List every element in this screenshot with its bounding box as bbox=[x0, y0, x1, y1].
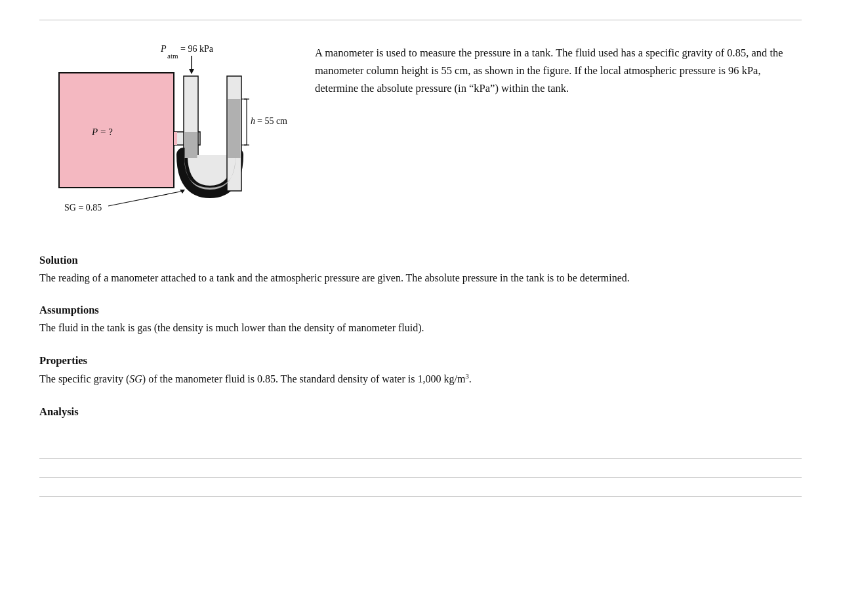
assumptions-heading: Assumptions bbox=[39, 304, 802, 317]
patm-sub: atm bbox=[167, 52, 178, 60]
solution-heading: Solution bbox=[39, 254, 802, 267]
bottom-divider-2 bbox=[39, 477, 802, 478]
p-label: P bbox=[91, 127, 98, 137]
properties-heading: Properties bbox=[39, 354, 802, 367]
top-divider bbox=[39, 20, 802, 20]
sg-arrow bbox=[108, 191, 184, 206]
bottom-divider-3 bbox=[39, 496, 802, 497]
analysis-heading: Analysis bbox=[39, 405, 802, 419]
problem-statement: A manometer is used to measure the press… bbox=[315, 47, 783, 94]
h-label-italic: h bbox=[251, 116, 255, 126]
patm-arrowhead bbox=[189, 69, 194, 74]
properties-sg: SG bbox=[129, 373, 142, 384]
bottom-divider-1 bbox=[39, 458, 802, 459]
analysis-section: Analysis bbox=[39, 405, 802, 419]
problem-block: P atm = 96 kPa P = ? bbox=[39, 40, 802, 230]
right-fluid bbox=[228, 99, 241, 158]
patm-value: = 96 kPa bbox=[180, 44, 214, 54]
diagram-area: P atm = 96 kPa P = ? bbox=[39, 40, 289, 230]
solution-section: Solution The reading of a manometer atta… bbox=[39, 254, 802, 287]
page: P atm = 96 kPa P = ? bbox=[0, 0, 841, 541]
properties-pre: The specific gravity ( bbox=[39, 373, 129, 384]
patm-label: P bbox=[160, 44, 167, 54]
left-fluid bbox=[185, 132, 197, 158]
solution-body: The reading of a manometer attached to a… bbox=[39, 270, 802, 287]
sg-label: SG = 0.85 bbox=[64, 203, 102, 213]
properties-section: Properties The specific gravity (SG) of … bbox=[39, 354, 802, 388]
manometer-diagram: P atm = 96 kPa P = ? bbox=[39, 40, 289, 230]
p-equals: = ? bbox=[100, 127, 113, 137]
assumptions-section: Assumptions The fluid in the tank is gas… bbox=[39, 304, 802, 337]
tank-pipe-join bbox=[174, 132, 177, 145]
bottom-dividers bbox=[39, 458, 802, 497]
properties-post: ) of the manometer fluid is 0.85. The st… bbox=[142, 373, 466, 384]
properties-body: The specific gravity (SG) of the manomet… bbox=[39, 370, 802, 388]
tank-rect bbox=[59, 73, 174, 188]
properties-end: . bbox=[469, 373, 472, 384]
problem-text: A manometer is used to measure the press… bbox=[315, 40, 802, 98]
assumptions-body: The fluid in the tank is gas (the densit… bbox=[39, 319, 802, 337]
h-value: = 55 cm bbox=[257, 116, 287, 126]
